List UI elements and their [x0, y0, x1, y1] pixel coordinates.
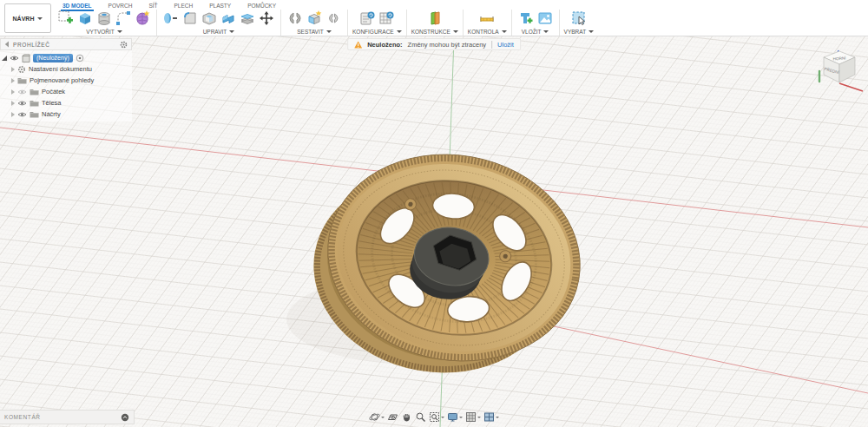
collapsed-triangle-icon[interactable] — [11, 101, 15, 106]
collapsed-triangle-icon[interactable] — [11, 89, 15, 95]
hole-icon — [95, 10, 113, 27]
collapsed-triangle-icon[interactable] — [11, 112, 15, 117]
folder-icon — [30, 110, 39, 118]
press-pull-button[interactable] — [161, 9, 181, 28]
split-body-icon — [239, 10, 256, 27]
canvas-image-button[interactable] — [536, 9, 555, 28]
toolbar-group-insert: VLOŽIT — [514, 9, 557, 35]
new-component-icon — [306, 10, 323, 27]
notification-title: Neuloženo: — [367, 41, 402, 49]
main-toolbar: NÁVRH 3D MODEL POVRCH SÍŤ PLECH PLASTY P… — [0, 0, 868, 36]
chevron-down-icon — [397, 30, 402, 33]
tree-item-sketches[interactable]: Náčrty — [2, 108, 132, 120]
eye-icon[interactable] — [17, 100, 27, 107]
gear-icon[interactable] — [120, 41, 128, 49]
toolbar-group-modify: UPRAVIT — [159, 9, 279, 35]
browser-header[interactable]: PROHLÍŽEČ — [0, 38, 132, 50]
eye-icon[interactable] — [17, 89, 27, 95]
view-cube[interactable]: HORNÍ PŘEDNÍ — [812, 45, 866, 101]
create-group-label[interactable]: VYTVOŘIT — [86, 29, 122, 35]
select-button[interactable] — [569, 9, 589, 28]
viewcube-top-label: HORNÍ — [832, 55, 846, 61]
tree-item-label: Tělesa — [42, 99, 62, 107]
chevron-down-icon — [37, 17, 43, 20]
tree-item-document-settings[interactable]: Nastavení dokumentu — [2, 63, 132, 75]
construction-plane-button[interactable] — [425, 9, 444, 28]
joint-icon — [286, 10, 304, 27]
chevron-down-icon — [441, 417, 444, 418]
fillet-icon — [181, 10, 199, 27]
eye-icon[interactable] — [10, 55, 19, 62]
sweep-button[interactable] — [114, 9, 133, 28]
insert-derive-button[interactable] — [516, 9, 536, 28]
activate-radio-icon[interactable] — [76, 54, 84, 62]
x-axis-line — [839, 83, 863, 91]
orbit-button[interactable] — [368, 411, 385, 424]
create-form-icon — [134, 10, 151, 27]
modify-group-label[interactable]: UPRAVIT — [203, 29, 235, 35]
new-component-button[interactable] — [305, 9, 324, 28]
collapsed-triangle-icon[interactable] — [11, 67, 15, 72]
toolbar-group-create: VYTVOŘIT — [54, 9, 155, 35]
chevron-down-icon — [381, 417, 385, 418]
grid-settings-button[interactable] — [464, 411, 482, 424]
configure-group-label[interactable]: KONFIGURACE — [352, 29, 402, 35]
navigation-bar — [368, 411, 500, 424]
toolbar-separator — [463, 10, 464, 36]
document-name[interactable]: (Neuložený) — [33, 54, 73, 62]
display-settings-button[interactable] — [446, 411, 464, 424]
as-built-joint-button[interactable] — [324, 9, 343, 28]
chevron-down-icon — [229, 30, 234, 33]
look-at-button[interactable] — [386, 411, 399, 424]
canvas-image-icon — [536, 10, 554, 27]
joint-button[interactable] — [286, 9, 305, 28]
configuration-button[interactable] — [358, 9, 377, 28]
construction-plane-icon — [426, 10, 444, 27]
inspect-group-label[interactable]: KONTROLA — [468, 29, 507, 35]
chevron-down-icon — [477, 417, 481, 418]
configuration-table-button[interactable] — [377, 9, 396, 28]
save-link[interactable]: Uložit — [497, 41, 514, 49]
toolbar-separator — [406, 10, 407, 36]
tree-item-bodies[interactable]: Tělesa — [2, 97, 132, 108]
pan-button[interactable] — [400, 411, 413, 424]
tree-root-row[interactable]: (Neuložený) — [2, 52, 132, 63]
toolbar-separator — [280, 10, 281, 36]
shell-button[interactable] — [200, 9, 219, 28]
tree-item-origin[interactable]: Počátek — [2, 86, 132, 97]
unsaved-notification: Neuloženo: Změny mohou být ztraceny Ulož… — [347, 38, 521, 50]
assemble-group-label[interactable]: SESTAVIT — [297, 29, 331, 35]
tree-item-named-views[interactable]: Pojmenované pohledy — [2, 75, 132, 86]
comments-bar[interactable]: KOMENTÁŘ — [0, 410, 135, 424]
extrude-button[interactable] — [76, 9, 95, 28]
combine-button[interactable] — [219, 9, 238, 28]
construct-group-label[interactable]: KONSTRUKCE — [411, 29, 458, 35]
toolbar-group-configure: KONFIGURACE — [350, 9, 404, 35]
comments-expand-icon[interactable] — [121, 413, 129, 422]
zoom-icon — [415, 411, 426, 423]
eye-icon[interactable] — [17, 111, 27, 118]
folder-icon — [17, 76, 27, 84]
move-button[interactable] — [257, 9, 276, 28]
expanded-triangle-icon[interactable] — [2, 56, 7, 61]
split-body-button[interactable] — [238, 9, 257, 28]
measure-button[interactable] — [477, 9, 496, 28]
collapsed-triangle-icon[interactable] — [11, 78, 15, 83]
hole-button[interactable] — [95, 9, 114, 28]
fit-button[interactable] — [428, 411, 445, 424]
design-menu-button[interactable]: NÁVRH — [4, 3, 51, 33]
component-cube-icon — [22, 54, 30, 62]
fillet-button[interactable] — [181, 9, 200, 28]
configuration-table-icon — [378, 10, 395, 27]
insert-group-label[interactable]: VLOŽIT — [522, 29, 549, 35]
select-group-label[interactable]: VYBRAT — [564, 29, 595, 35]
create-form-button[interactable] — [133, 9, 152, 28]
create-sketch-button[interactable] — [56, 9, 76, 28]
viewports-button[interactable] — [483, 411, 500, 424]
tree-item-label: Náčrty — [42, 110, 61, 118]
zoom-button[interactable] — [414, 411, 427, 424]
notification-message: Změny mohou být ztraceny — [408, 41, 486, 49]
chevron-down-icon — [326, 30, 332, 33]
toolbar-separator — [511, 10, 512, 36]
viewports-icon — [483, 411, 495, 423]
